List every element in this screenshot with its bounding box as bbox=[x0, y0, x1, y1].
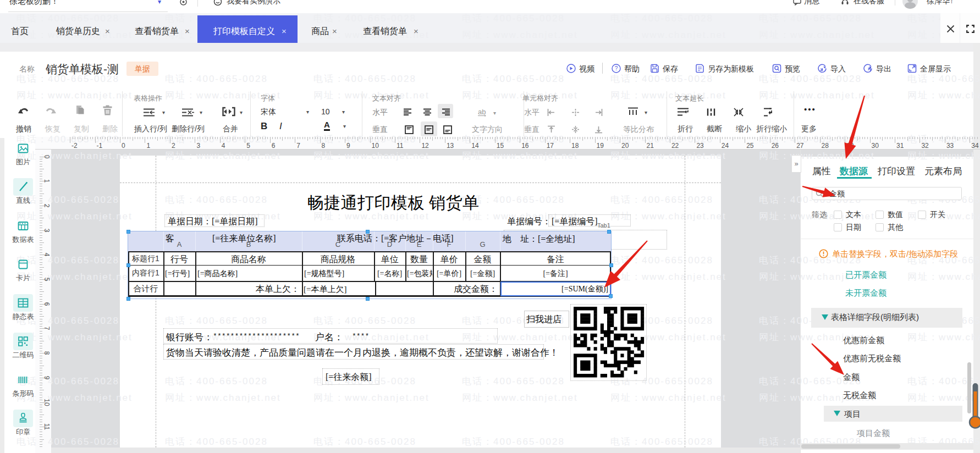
svg-text:?: ? bbox=[615, 65, 618, 71]
